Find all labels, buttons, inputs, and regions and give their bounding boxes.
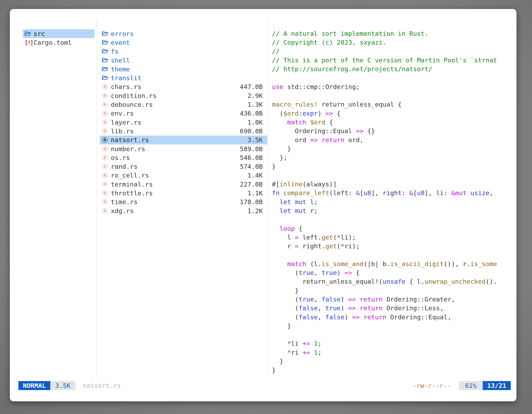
code-line: }: [272, 322, 516, 330]
file-row-condition.rs[interactable]: Rcondition.rs2.9K: [100, 91, 267, 100]
rust-icon: R: [102, 164, 110, 170]
status-filename: natsort.rs: [83, 381, 121, 390]
code-line: loop {: [272, 224, 516, 233]
pane-separator: [268, 19, 268, 378]
file-name: shell: [111, 57, 130, 64]
file-row-errors[interactable]: errors: [100, 29, 267, 38]
file-name: fs: [111, 48, 118, 55]
rust-icon: R: [102, 93, 110, 99]
rust-icon: R: [102, 155, 110, 161]
parent-item-src[interactable]: src: [23, 29, 95, 38]
pane-separator: [96, 19, 96, 378]
status-bar: NORMAL 3.5K natsort.rs -rw-r--r-- 61% 13…: [10, 381, 516, 390]
svg-text:R: R: [104, 183, 106, 186]
file-name: errors: [111, 30, 134, 38]
file-size: 690.0B: [240, 127, 263, 135]
svg-text:R: R: [104, 156, 106, 160]
svg-text:R: R: [104, 138, 106, 142]
file-name: theme: [111, 66, 130, 73]
toml-icon: [T]: [25, 39, 32, 46]
file-size: 589.0B: [240, 145, 263, 153]
code-line: fn compare_left(left: &[u8], right: &[u8…: [272, 189, 516, 197]
code-line: }: [272, 144, 516, 153]
file-row-xdg.rs[interactable]: Rxdg.rs1.2K: [100, 206, 267, 215]
file-row-lib.rs[interactable]: Rlib.rs690.0B: [100, 127, 267, 135]
file-size: 1.1K: [247, 189, 263, 197]
code-line: ($ord:expr) => {: [272, 109, 516, 118]
file-row-shell[interactable]: shell: [100, 56, 267, 65]
file-size: 3.5K: [247, 136, 263, 144]
code-line: ord => return ord,: [272, 136, 516, 144]
open-folder-icon: [102, 48, 110, 54]
code-line: return_unless_equal!(unsafe { l.unwrap_u…: [272, 277, 516, 286]
rust-icon: R: [102, 101, 110, 108]
file-row-layer.rs[interactable]: Rlayer.rs1.0K: [100, 118, 267, 127]
file-size: 1.0K: [247, 119, 263, 126]
scroll-percent-chip: 61%: [459, 381, 483, 390]
svg-text:R: R: [104, 200, 106, 204]
open-folder-icon: [102, 31, 110, 37]
file-name: os.rs: [111, 154, 130, 161]
file-row-terminal.rs[interactable]: Rterminal.rs227.0B: [100, 180, 267, 189]
file-row-theme[interactable]: theme: [100, 65, 267, 73]
file-row-event[interactable]: event: [100, 38, 267, 47]
svg-text:R: R: [104, 165, 106, 169]
open-folder-icon: [102, 58, 110, 63]
file-row-translit[interactable]: translit: [100, 73, 267, 82]
svg-text:R: R: [104, 94, 106, 97]
file-permissions: -rw-r--r--: [413, 381, 451, 390]
file-row-number.rs[interactable]: Rnumber.rs589.0B: [100, 144, 267, 153]
code-line: (false, false) => return Ordering::Equal…: [272, 313, 516, 322]
file-row-debounce.rs[interactable]: Rdebounce.rs1.3K: [100, 100, 267, 109]
code-preview-pane: // A natural sort implementation in Rust…: [272, 29, 516, 386]
code-line: // http://sourcefrog.net/projects/natsor…: [272, 65, 516, 73]
rust-icon: R: [102, 110, 110, 116]
file-name: rand.rs: [111, 163, 138, 170]
open-folder-icon: [25, 31, 32, 37]
file-size: 436.0B: [240, 110, 263, 117]
code-line: macro_rules! return_unless_equal {: [272, 100, 516, 109]
file-row-chars.rs[interactable]: Rchars.rs447.0B: [100, 82, 267, 91]
code-line: };: [272, 153, 516, 162]
file-row-fs[interactable]: fs: [100, 47, 267, 56]
yazi-file-manager-window: src[T]Cargo.toml errorseventfsshelltheme…: [10, 9, 516, 401]
svg-text:R: R: [104, 129, 106, 133]
code-line: r = right.get(*ri);: [272, 242, 516, 250]
file-row-env.rs[interactable]: Renv.rs436.0B: [100, 109, 267, 118]
cursor-position-badge: 13/21: [483, 381, 511, 390]
file-name: debounce.rs: [111, 101, 153, 108]
svg-text:R: R: [104, 147, 106, 151]
code-line: }: [272, 357, 516, 366]
file-size-chip: 3.5K: [50, 381, 76, 390]
rust-icon: R: [102, 137, 110, 143]
rust-icon: R: [102, 146, 110, 152]
svg-text:R: R: [104, 85, 106, 89]
open-folder-icon: [102, 66, 110, 72]
parent-pane: src[T]Cargo.toml: [23, 29, 95, 47]
file-name: Cargo.toml: [34, 39, 72, 46]
parent-item-Cargo.toml[interactable]: [T]Cargo.toml: [23, 38, 95, 47]
file-name: src: [34, 30, 45, 38]
file-size: 1.3K: [247, 101, 263, 108]
code-line: use std::cmp::Ordering;: [272, 82, 516, 91]
code-line: *ri += 1;: [272, 348, 516, 357]
file-row-ro_cell.rs[interactable]: Rro_cell.rs1.4K: [100, 171, 267, 180]
mode-badge: NORMAL: [19, 381, 50, 390]
code-line: let mut l;: [272, 198, 516, 206]
file-name: lib.rs: [111, 127, 134, 135]
file-row-throttle.rs[interactable]: Rthrottle.rs1.1K: [100, 189, 267, 197]
svg-text:R: R: [104, 209, 106, 213]
file-name: layer.rs: [111, 119, 141, 126]
rust-icon: R: [102, 190, 110, 196]
rust-icon: R: [102, 181, 110, 187]
code-line: #[inline(always)]: [272, 180, 516, 189]
file-row-natsort.rs[interactable]: Rnatsort.rs3.5K: [100, 136, 267, 144]
file-row-rand.rs[interactable]: Rrand.rs574.0B: [100, 162, 267, 171]
file-row-os.rs[interactable]: Ros.rs546.0B: [100, 153, 267, 162]
code-line: // A natural sort implementation in Rust…: [272, 29, 516, 38]
file-name: event: [111, 39, 130, 46]
code-line: [272, 250, 516, 259]
file-row-time.rs[interactable]: Rtime.rs178.0B: [100, 198, 267, 206]
code-line: (false, true) => return Ordering::Less,: [272, 304, 516, 313]
code-line: [272, 215, 516, 224]
